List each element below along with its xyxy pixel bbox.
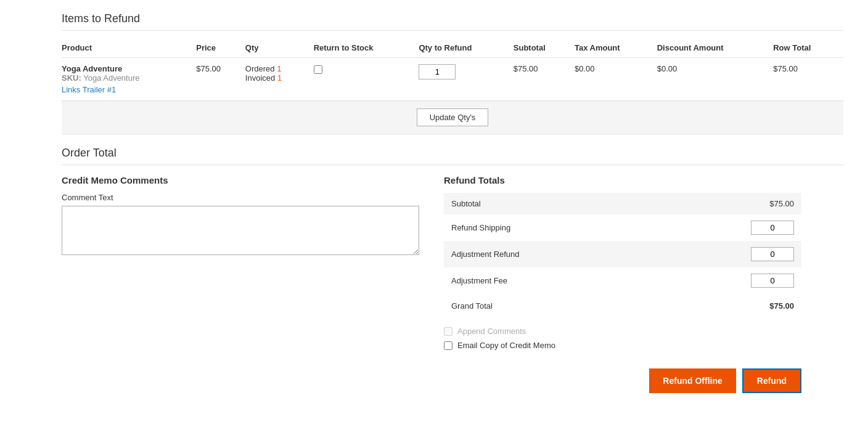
return-to-stock-checkbox[interactable] <box>314 65 322 74</box>
grand-total-label: Grand Total <box>444 294 654 317</box>
qty-to-refund-input[interactable] <box>419 64 456 79</box>
col-discount-amount: Discount Amount <box>657 38 773 58</box>
page-wrapper: Items to Refund Product Price Qty Return… <box>0 0 868 427</box>
order-total-title: Order Total <box>62 147 843 165</box>
col-subtotal: Subtotal <box>514 38 575 58</box>
refund-totals-table: Subtotal $75.00 Refund Shipping Adjustme… <box>444 193 801 317</box>
comment-label: Comment Text <box>62 193 419 202</box>
col-qty-to-refund: Qty to Refund <box>419 38 513 58</box>
qty-to-refund-cell <box>419 58 513 101</box>
items-table: Product Price Qty Return to Stock Qty to… <box>62 38 843 100</box>
adjustment-fee-input-cell <box>654 267 801 294</box>
col-return-to-stock: Return to Stock <box>314 38 419 58</box>
adjustment-refund-label: Adjustment Refund <box>444 241 654 267</box>
action-buttons: Refund Offline Refund <box>444 368 801 393</box>
refund-shipping-input[interactable] <box>751 221 794 235</box>
email-copy-row: Email Copy of Credit Memo <box>444 341 801 350</box>
adjustment-fee-label: Adjustment Fee <box>444 267 654 294</box>
col-product: Product <box>62 38 196 58</box>
adjustment-refund-input-cell <box>654 241 801 267</box>
credit-memo-title: Credit Memo Comments <box>62 175 419 185</box>
col-tax-amount: Tax Amount <box>575 38 657 58</box>
col-price: Price <box>196 38 245 58</box>
sku-value: Yoga Adventure <box>83 73 139 83</box>
adjustment-fee-input[interactable] <box>751 274 794 288</box>
product-link[interactable]: Links Trailer #1 <box>62 85 190 94</box>
refund-shipping-row: Refund Shipping <box>444 214 801 241</box>
tax-amount-cell: $0.00 <box>575 58 657 101</box>
table-row: Yoga Adventure SKU: Yoga Adventure Links… <box>62 58 843 101</box>
discount-amount-cell: $0.00 <box>657 58 773 101</box>
qty-cell: Ordered 1 Invoiced 1 <box>245 58 314 101</box>
product-name: Yoga Adventure <box>62 64 122 73</box>
refund-shipping-input-cell <box>654 214 801 241</box>
subtotal-cell: $75.00 <box>514 58 575 101</box>
subtotal-value: $75.00 <box>654 193 801 214</box>
refund-shipping-label: Refund Shipping <box>444 214 654 241</box>
price-cell: $75.00 <box>196 58 245 101</box>
refund-totals-title: Refund Totals <box>444 175 801 185</box>
two-col-layout: Credit Memo Comments Comment Text Refund… <box>62 175 843 393</box>
append-comments-row: Append Comments <box>444 327 801 336</box>
col-row-total: Row Total <box>773 38 843 58</box>
grand-total-row: Grand Total $75.00 <box>444 294 801 317</box>
col-qty: Qty <box>245 38 314 58</box>
sku-label: SKU: <box>62 73 81 83</box>
refund-offline-button[interactable]: Refund Offline <box>649 368 735 393</box>
grand-total-value: $75.00 <box>654 294 801 317</box>
refund-totals-section: Refund Totals Subtotal $75.00 Refund Shi… <box>444 175 801 393</box>
adjustment-refund-input[interactable] <box>751 247 794 261</box>
adjustment-refund-row: Adjustment Refund <box>444 241 801 267</box>
product-cell: Yoga Adventure SKU: Yoga Adventure Links… <box>62 58 196 101</box>
comment-textarea[interactable] <box>62 206 419 255</box>
items-to-refund-title: Items to Refund <box>62 12 843 31</box>
credit-memo-section: Credit Memo Comments Comment Text <box>62 175 419 393</box>
email-copy-checkbox[interactable] <box>444 341 452 350</box>
ordered-qty: Ordered 1 <box>245 64 308 73</box>
refund-button[interactable]: Refund <box>742 368 801 393</box>
append-comments-label: Append Comments <box>457 327 526 336</box>
append-comments-checkbox[interactable] <box>444 327 452 336</box>
adjustment-fee-row: Adjustment Fee <box>444 267 801 294</box>
update-qty-row: Update Qty's <box>62 100 843 134</box>
subtotal-row: Subtotal $75.00 <box>444 193 801 214</box>
email-copy-label: Email Copy of Credit Memo <box>457 341 555 350</box>
invoiced-qty: Invoiced 1 <box>245 73 308 83</box>
subtotal-label: Subtotal <box>444 193 654 214</box>
row-total-cell: $75.00 <box>773 58 843 101</box>
checkboxes-area: Append Comments Email Copy of Credit Mem… <box>444 327 801 350</box>
return-stock-cell <box>314 58 419 101</box>
update-qty-button[interactable]: Update Qty's <box>417 108 489 126</box>
